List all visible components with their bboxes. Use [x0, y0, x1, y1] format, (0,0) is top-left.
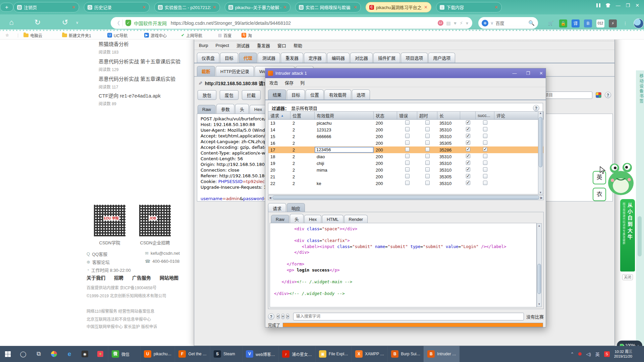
bookmark-item-5[interactable]: ✔上网导航 — [181, 32, 202, 39]
collapse-chevron-icon[interactable]: 〈 — [115, 19, 123, 26]
resp-scroll-up-icon[interactable]: ▲ — [537, 224, 541, 228]
intruder-close-button[interactable]: ✕ — [539, 71, 543, 76]
search-nav-button->[interactable]: > — [286, 314, 289, 319]
intruder-tab-选项[interactable]: 选项 — [352, 89, 370, 100]
cell-error-checkbox[interactable] — [405, 140, 410, 145]
dict-icon[interactable]: B — [584, 19, 592, 27]
cell-success-checkbox[interactable] — [483, 140, 487, 145]
resp-scroll-down-icon[interactable]: ▼ — [537, 302, 541, 307]
table-row-request-15[interactable]: 15266666620035310 — [268, 133, 543, 140]
column-header-flag[interactable] — [460, 112, 476, 119]
cell-error[interactable] — [397, 127, 417, 132]
bookmark-item-7[interactable]: 淘淘 — [241, 32, 252, 39]
tab-close-icon[interactable]: ✕ — [283, 5, 287, 10]
cell-error-checkbox[interactable] — [405, 127, 410, 131]
cell-success-checkbox[interactable] — [483, 181, 487, 185]
cell-error[interactable] — [397, 147, 417, 153]
cell-success-checkbox[interactable] — [483, 174, 487, 178]
engine-caret-icon[interactable]: ∨ — [490, 20, 494, 25]
cell-timeout-checkbox[interactable] — [425, 154, 430, 158]
request-view-tab-头[interactable]: 头 — [235, 104, 249, 114]
burp-tab-定序器[interactable]: 定序器 — [304, 53, 326, 63]
cell-timeout-checkbox[interactable] — [425, 120, 430, 125]
back-caret-icon[interactable]: ∨ — [72, 17, 83, 28]
browser-tab-6[interactable]: Cpikachu漏洞练习平台之暴✕ — [366, 2, 431, 12]
table-row-request-21[interactable]: 21220035305 — [268, 173, 543, 180]
browser-restore-button[interactable]: ❐ — [626, 3, 630, 8]
article-item[interactable]: CTF逆向 re1-e7e4ad1a.apk阅读数 89 — [99, 93, 199, 106]
table-row-request-13[interactable]: 132picachu20035310 — [268, 120, 543, 126]
translate-icon[interactable]: 译 — [572, 19, 580, 27]
new-tab-button[interactable]: + — [0, 3, 13, 12]
cell-timeout[interactable] — [417, 161, 437, 166]
footer-link[interactable]: 广告服务 — [132, 274, 151, 281]
burp-menu-测试器[interactable]: 测试器 — [236, 42, 250, 49]
cell-error-checkbox[interactable] — [405, 181, 410, 185]
scroll-left-arrow-icon[interactable]: ◀ — [269, 196, 271, 199]
volume-icon[interactable] — [596, 3, 600, 7]
column-header-succ...[interactable]: succ... — [476, 112, 494, 119]
intercept-button-放包[interactable]: 放包 — [198, 90, 216, 100]
promo-banner[interactable]: 图书视频源代码讲师专属答疑群 从小白到大牛 — [620, 199, 635, 272]
search-nav-button-<[interactable]: < — [277, 314, 280, 319]
burp-tab-仪表盘[interactable]: 仪表盘 — [197, 53, 219, 63]
request-view-tab-Raw[interactable]: Raw — [198, 105, 216, 114]
bookmark-item-1[interactable]: 电脑云 — [23, 32, 42, 39]
column-header-位置[interactable]: 位置 — [290, 112, 315, 119]
intruder-tab-结果[interactable]: 结果 — [268, 89, 286, 100]
cell-error-checkbox[interactable] — [405, 147, 410, 152]
cell-error[interactable] — [397, 134, 417, 139]
menu-dots-icon[interactable]: ⋮ — [621, 19, 629, 27]
burp-menu-Burp[interactable]: Burp — [199, 43, 208, 48]
response-view-tab-Hex[interactable]: Hex — [304, 215, 321, 224]
burp-tab-目标[interactable]: 目标 — [220, 53, 238, 63]
article-item[interactable]: 熊猫烧香分析阅读数 183 — [99, 41, 199, 55]
browser-tab-5[interactable]: ▤实验二 网络嗅探与欺骗 20✕ — [295, 2, 361, 12]
taskbar-app-pikachu…[interactable]: Upikachu… — [140, 346, 175, 362]
highlight-color-swatch-icon[interactable] — [596, 92, 601, 98]
cell-flag[interactable] — [460, 167, 476, 173]
cell-success-checkbox[interactable] — [483, 167, 487, 172]
table-row-request-14[interactable]: 14212312320035310 — [268, 126, 543, 133]
response-scrollbar-thumb[interactable] — [537, 264, 541, 294]
burp-tab-编码器[interactable]: 编码器 — [327, 53, 350, 63]
cell-success[interactable] — [476, 154, 494, 159]
cell-flag[interactable] — [460, 134, 476, 139]
proxy-tab-HTTP历史记录[interactable]: HTTP历史记录 — [216, 66, 254, 76]
burp-tab-对比器[interactable]: 对比器 — [350, 53, 373, 63]
search-box[interactable]: ❉ ∨ 百度 🔍 — [478, 17, 538, 29]
intruder-menu-攻击[interactable]: 攻击 — [269, 79, 278, 86]
intercept-button-废包[interactable]: 废包 — [220, 90, 238, 100]
tray-speaker-icon[interactable]: ◁) — [586, 352, 591, 357]
addr-dropdown-icon[interactable]: ▾ — [466, 20, 468, 26]
tray-chevron-icon[interactable]: ⌃ — [571, 352, 574, 357]
taskbar-app-Burp Sui…[interactable]: BBurp Sui… — [387, 346, 424, 362]
cell-error-checkbox[interactable] — [405, 154, 410, 158]
column-header-评论[interactable]: 评论 — [494, 112, 543, 119]
response-view-tab-Render[interactable]: Render — [344, 215, 368, 224]
intruder-menu-列[interactable]: 列 — [300, 79, 305, 86]
article-item[interactable]: 恶意代码分析实战 第五章课后实验阅读数 117 — [99, 76, 199, 89]
cell-flag[interactable] — [460, 127, 476, 132]
site-name[interactable]: 中国软件开发网 — [134, 20, 167, 26]
cell-flag-checkbox[interactable] — [466, 140, 470, 145]
taskbar-app-File Expl…[interactable]: ▣File Expl… — [315, 346, 352, 362]
cell-flag-checkbox[interactable] — [466, 161, 470, 165]
browser-tab-2[interactable]: ◷历史记录✕ — [84, 2, 150, 12]
search-icon[interactable]: 🔍 — [528, 20, 535, 26]
table-row-request-17[interactable]: 17212345620035286 — [268, 146, 543, 153]
intruder-tab-目标[interactable]: 目标 — [287, 89, 305, 100]
cortana-search-button[interactable]: ◯ — [15, 346, 31, 362]
column-header-有效载荷[interactable]: 有效载荷 — [315, 112, 374, 119]
burp-tab-代理[interactable]: 代理 — [239, 53, 257, 63]
cell-error[interactable] — [397, 120, 417, 126]
hscrollbar-thumb[interactable] — [272, 196, 539, 199]
lock-icon[interactable]: 🔒 — [559, 19, 567, 27]
bookmark-star-icon[interactable]: ☆ — [5, 32, 9, 39]
browser-tab-7[interactable]: ↓下载内容✕ — [436, 2, 502, 12]
cell-error[interactable] — [397, 161, 417, 166]
cell-timeout[interactable] — [417, 167, 437, 173]
tray-red-dot-icon[interactable] — [578, 352, 582, 356]
burp-tab-测试器[interactable]: 测试器 — [258, 53, 280, 63]
browser-tab-4[interactable]: ▤pikachu--关于暴力破解 - F✕ — [225, 2, 290, 12]
